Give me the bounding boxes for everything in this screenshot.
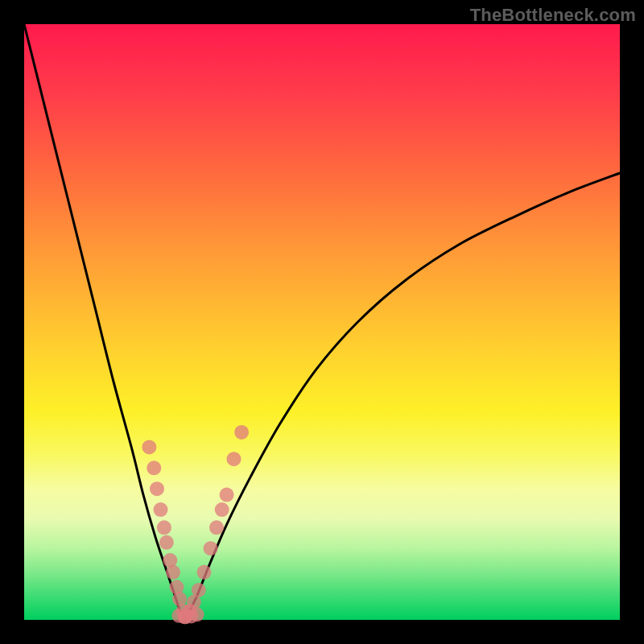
watermark-text: TheBottleneck.com: [470, 5, 636, 26]
data-dot: [154, 502, 168, 517]
data-dot: [142, 440, 156, 454]
data-dot: [150, 481, 164, 496]
data-dot: [197, 565, 212, 580]
data-dots: [142, 425, 249, 624]
data-dot: [192, 583, 206, 597]
data-dot: [147, 460, 161, 475]
data-dot: [227, 452, 242, 466]
data-dot: [159, 535, 174, 550]
curve-layer: [24, 24, 620, 620]
data-dot: [204, 541, 218, 555]
plot-area: [24, 24, 620, 620]
data-dot: [190, 607, 204, 621]
curve-right: [185, 173, 620, 620]
data-dot: [220, 488, 234, 502]
data-dot: [166, 565, 180, 580]
data-dot: [215, 502, 229, 517]
data-dot: [157, 520, 171, 535]
data-dot: [209, 520, 224, 535]
data-dot: [234, 425, 249, 440]
chart-frame: TheBottleneck.com: [0, 0, 644, 644]
